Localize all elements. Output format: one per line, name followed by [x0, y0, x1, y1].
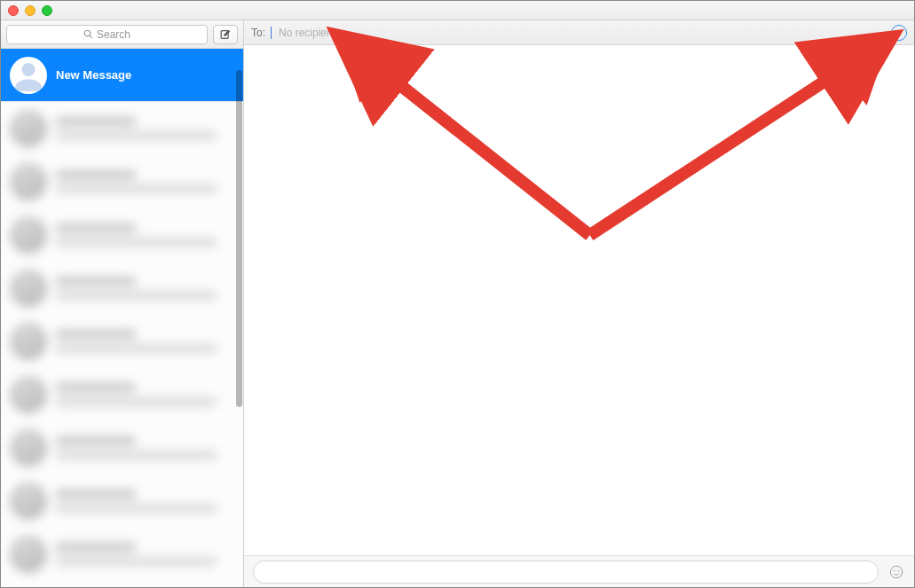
conversation-item-redacted[interactable]	[1, 368, 243, 421]
recipient-bar: To: +	[244, 20, 914, 45]
search-input[interactable]: Search	[6, 25, 208, 44]
main-pane: To: +	[244, 20, 914, 587]
compose-button[interactable]	[213, 25, 238, 44]
sidebar-toolbar: Search	[1, 20, 243, 49]
message-input[interactable]	[253, 561, 879, 584]
content-area: Search New Message	[1, 20, 914, 587]
conversation-item-redacted[interactable]	[1, 315, 243, 368]
conversations-sidebar: Search New Message	[1, 20, 244, 587]
conversation-item-redacted[interactable]	[1, 421, 243, 474]
person-icon	[11, 59, 46, 94]
text-cursor	[271, 27, 272, 39]
conversation-item-redacted[interactable]	[1, 155, 243, 208]
to-label: To:	[251, 27, 265, 39]
conversation-list[interactable]: New Message	[1, 49, 243, 587]
add-contact-button[interactable]: +	[891, 25, 907, 41]
traffic-light-zoom[interactable]	[42, 5, 52, 16]
search-icon	[83, 29, 93, 39]
conversation-item-redacted[interactable]	[1, 528, 243, 581]
recipient-input[interactable]	[279, 27, 886, 39]
avatar	[10, 57, 47, 94]
sidebar-scrollbar[interactable]	[236, 70, 242, 407]
svg-point-1	[890, 566, 903, 578]
smiley-icon	[888, 564, 904, 580]
messages-window: Search New Message	[0, 0, 915, 588]
window-titlebar	[1, 1, 914, 20]
conversation-item-redacted[interactable]	[1, 474, 243, 528]
search-placeholder: Search	[97, 28, 130, 41]
conversation-item-redacted[interactable]	[1, 102, 243, 155]
conversation-item-redacted[interactable]	[1, 262, 243, 315]
svg-point-3	[898, 569, 900, 571]
conversation-item-redacted[interactable]	[1, 208, 243, 262]
conversation-body	[244, 45, 914, 555]
conversation-text: New Message	[56, 68, 234, 82]
traffic-light-minimize[interactable]	[25, 5, 35, 16]
message-input-bar	[244, 555, 914, 587]
svg-point-2	[894, 569, 895, 571]
emoji-button[interactable]	[887, 563, 905, 581]
compose-icon	[219, 28, 232, 41]
conversation-title: New Message	[56, 68, 234, 82]
traffic-light-close[interactable]	[8, 5, 19, 16]
conversation-item-new-message[interactable]: New Message	[1, 49, 243, 102]
plus-icon: +	[895, 27, 903, 38]
